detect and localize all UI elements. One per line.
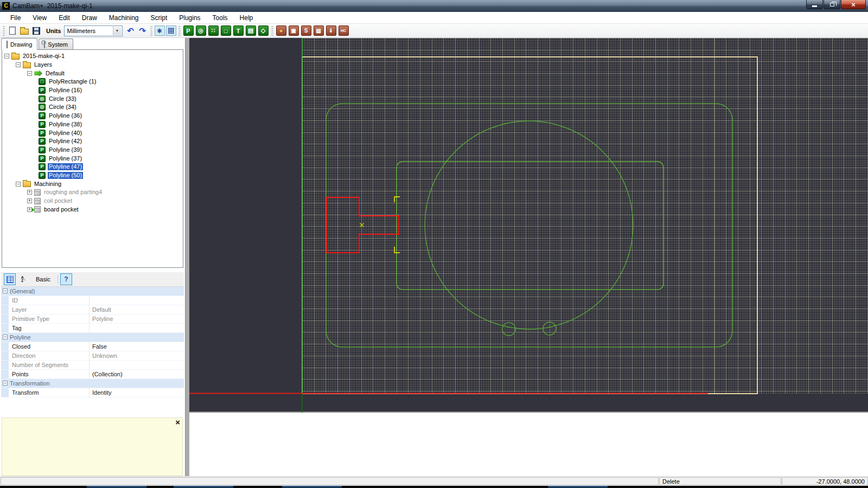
selection-handle-top[interactable] [394, 197, 400, 202]
redo-button[interactable]: ↷ [137, 25, 148, 36]
property-value[interactable] [90, 296, 184, 305]
tree-node[interactable]: −2015-make-qi-1 [2, 52, 183, 61]
mop-lathe-button[interactable]: ▤ [314, 25, 324, 36]
draw-polyline-button[interactable]: P [183, 25, 194, 36]
property-value[interactable]: Identity [90, 388, 184, 397]
close-button[interactable]: × [841, 0, 866, 9]
hole-circle-2[interactable] [543, 322, 556, 335]
expand-toggle[interactable]: − [4, 54, 9, 59]
tree-node[interactable]: PPolyline (36) [2, 112, 183, 120]
expand-toggle[interactable]: − [16, 182, 21, 187]
draw-rectangle-button[interactable]: □ [221, 25, 231, 36]
draw-surface-button[interactable]: ▤ [246, 25, 256, 36]
property-value[interactable] [90, 324, 184, 332]
basic-advanced-button[interactable]: Basic [32, 275, 54, 284]
tree-node[interactable]: ◎Circle (34) [2, 103, 183, 112]
collapse-toggle[interactable]: − [3, 335, 8, 339]
tree-node[interactable]: PPolyline (47) [2, 163, 183, 171]
menu-help[interactable]: Help [234, 12, 259, 24]
tree-node-label: Polyline (36) [48, 112, 83, 119]
new-file-button[interactable] [7, 25, 18, 36]
collapse-toggle[interactable]: − [3, 288, 8, 293]
draw-pointlist-button[interactable]: ∷ [208, 25, 219, 36]
toggle-axes-button[interactable]: ∗ [155, 25, 165, 36]
tree-node[interactable]: −Layers [2, 61, 183, 69]
mop-engrave-button[interactable]: ⇓ [326, 25, 336, 36]
panel-splitter[interactable] [185, 38, 189, 476]
categorized-view-button[interactable] [4, 273, 16, 285]
menu-plugins[interactable]: Plugins [173, 12, 206, 24]
draw-circle-button[interactable]: ◎ [196, 25, 206, 36]
expand-toggle[interactable]: − [27, 71, 32, 76]
menu-edit[interactable]: Edit [53, 12, 76, 24]
selected-polyline[interactable] [327, 197, 399, 253]
tree-node[interactable]: +roughing and parting4 [2, 188, 183, 197]
minimize-button[interactable] [806, 0, 823, 9]
hole-circle-1[interactable] [502, 323, 515, 336]
tree-node[interactable]: PPolyline (38) [2, 120, 183, 129]
open-file-button[interactable] [19, 25, 30, 36]
toggle-grid-button[interactable] [166, 25, 176, 36]
info-close-button[interactable]: × [175, 419, 180, 426]
tree-node[interactable]: □PolyRectangle (1) [2, 78, 183, 86]
property-value[interactable]: (Collection) [90, 370, 184, 378]
property-row[interactable]: LayerDefault [1, 305, 184, 314]
menu-view[interactable]: View [27, 12, 53, 24]
tree-node[interactable]: PPolyline (42) [2, 137, 183, 146]
expand-toggle[interactable]: + [27, 190, 32, 195]
property-value[interactable]: Polyline [90, 314, 184, 323]
mop-drill-button[interactable]: ● [276, 25, 286, 36]
property-row[interactable]: TransformIdentity [1, 388, 184, 397]
tree-node[interactable]: +board pocket [2, 205, 183, 214]
sort-alphabetical-button[interactable]: AZ ↓ [17, 273, 29, 285]
mop-heightmap-button[interactable]: HC [339, 25, 349, 36]
units-select[interactable]: Millimeters▼ [64, 25, 123, 36]
menu-machining[interactable]: Machining [103, 12, 145, 24]
outer-rounded-rect[interactable] [326, 104, 732, 347]
property-row[interactable]: DirectionUnknown [1, 351, 184, 361]
property-category[interactable]: −Polyline [1, 333, 184, 342]
property-label: Transform [9, 388, 90, 397]
property-value[interactable]: Unknown [90, 351, 184, 360]
menu-script[interactable]: Script [145, 12, 174, 24]
tree-node[interactable]: +coil pocket [2, 197, 183, 206]
collapse-toggle[interactable]: − [3, 381, 8, 386]
property-row[interactable]: Number of Segments [1, 361, 184, 370]
mop-pocket-button[interactable]: ▣ [289, 25, 299, 36]
tree-node[interactable]: −Default [2, 69, 183, 78]
menu-draw[interactable]: Draw [76, 12, 103, 24]
property-value[interactable] [90, 361, 184, 369]
coil-circle[interactable] [425, 121, 633, 329]
undo-button[interactable]: ↶ [125, 25, 136, 36]
help-button[interactable]: ? [60, 273, 72, 285]
menu-file[interactable]: File [4, 12, 27, 24]
property-category[interactable]: −Transformation [1, 379, 184, 388]
property-value[interactable]: Default [90, 305, 184, 314]
property-row[interactable]: Points(Collection) [1, 370, 184, 379]
property-value[interactable]: False [90, 342, 184, 351]
tree-node[interactable]: PPolyline (40) [2, 129, 183, 137]
property-row[interactable]: ID [1, 296, 184, 305]
expand-toggle[interactable]: + [27, 198, 32, 203]
property-row[interactable]: Tag [1, 324, 184, 333]
draw-polyhedron-button[interactable]: ◇ [258, 25, 269, 36]
mop-profile-button[interactable]: S [301, 25, 311, 36]
tree-node[interactable]: PPolyline (16) [2, 86, 183, 95]
drawing-canvas[interactable] [189, 38, 868, 413]
tree-node[interactable]: PPolyline (50) [2, 171, 183, 180]
expand-toggle[interactable]: − [16, 62, 21, 67]
restore-button[interactable] [824, 0, 840, 9]
tab-drawing[interactable]: Drawing [1, 38, 37, 50]
tree-node[interactable]: PPolyline (39) [2, 146, 183, 155]
tree-node[interactable]: PPolyline (37) [2, 154, 183, 163]
property-row[interactable]: Primitive TypePolyline [1, 314, 184, 324]
tree-node[interactable]: ◎Circle (33) [2, 94, 183, 103]
selection-handle-bottom[interactable] [394, 247, 400, 253]
tree-node[interactable]: −Machining [2, 179, 183, 188]
draw-text-button[interactable]: T [233, 25, 244, 36]
property-category[interactable]: −(General) [1, 287, 184, 296]
tab-system[interactable]: System [39, 38, 73, 50]
menu-tools[interactable]: Tools [207, 12, 234, 24]
property-row[interactable]: ClosedFalse [1, 342, 184, 351]
save-file-button[interactable] [31, 25, 42, 36]
